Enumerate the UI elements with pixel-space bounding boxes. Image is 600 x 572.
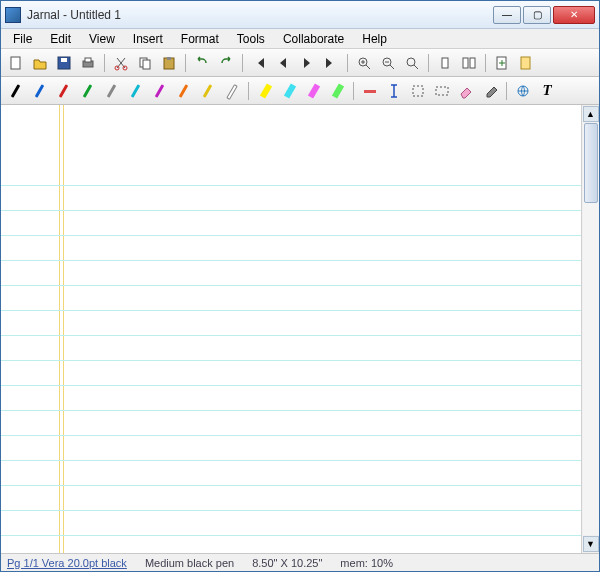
separator — [485, 54, 486, 72]
cut-button[interactable] — [110, 52, 132, 74]
ruled-line — [1, 485, 581, 486]
pen-orange-button[interactable] — [173, 80, 195, 102]
open-button[interactable] — [29, 52, 51, 74]
highlighter-cyan-button[interactable] — [278, 80, 300, 102]
ruled-line — [1, 185, 581, 186]
status-pen: Medium black pen — [145, 557, 234, 569]
new-page-icon — [494, 55, 510, 71]
vertical-scrollbar[interactable]: ▲ ▼ — [581, 105, 599, 553]
undo-button[interactable] — [191, 52, 213, 74]
pen-black-button[interactable] — [5, 80, 27, 102]
ruler-button[interactable] — [359, 80, 381, 102]
separator — [428, 54, 429, 72]
highlighter-yellow-icon — [257, 83, 273, 99]
new-page-button[interactable] — [491, 52, 513, 74]
pen-white-button[interactable] — [221, 80, 243, 102]
highlighter-green-button[interactable] — [326, 80, 348, 102]
paste-button[interactable] — [158, 52, 180, 74]
save-button[interactable] — [53, 52, 75, 74]
ruled-line — [1, 210, 581, 211]
app-window: Jarnal - Untitled 1 — ▢ ✕ File Edit View… — [0, 0, 600, 572]
menu-view[interactable]: View — [81, 30, 123, 48]
scroll-track[interactable] — [583, 123, 599, 535]
background-page-button[interactable] — [515, 52, 537, 74]
pen-gray-icon — [104, 83, 120, 99]
highlighter-magenta-button[interactable] — [302, 80, 324, 102]
pen-blue-button[interactable] — [29, 80, 51, 102]
highlighter-green-icon — [329, 83, 345, 99]
pen-green-button[interactable] — [77, 80, 99, 102]
menu-tools[interactable]: Tools — [229, 30, 273, 48]
pen-green-icon — [80, 83, 96, 99]
ruled-line — [1, 260, 581, 261]
scroll-down-button[interactable]: ▼ — [583, 536, 599, 552]
text-tool-button[interactable]: T — [536, 80, 558, 102]
select-rect-icon — [410, 83, 426, 99]
separator — [347, 54, 348, 72]
network-icon — [515, 83, 531, 99]
canvas[interactable] — [1, 105, 581, 553]
zoom-in-button[interactable] — [353, 52, 375, 74]
zoom-fit-button[interactable] — [401, 52, 423, 74]
highlighter-magenta-icon — [305, 83, 321, 99]
save-icon — [56, 55, 72, 71]
highlighter-yellow-button[interactable] — [254, 80, 276, 102]
pen-red-icon — [56, 83, 72, 99]
separator — [242, 54, 243, 72]
scroll-thumb[interactable] — [584, 123, 598, 203]
zoom-out-button[interactable] — [377, 52, 399, 74]
ruled-line — [1, 435, 581, 436]
pen-red-button[interactable] — [53, 80, 75, 102]
eraser-icon — [458, 83, 474, 99]
prev-page-button[interactable] — [272, 52, 294, 74]
background-page-icon — [518, 55, 534, 71]
text-caret-icon — [386, 83, 402, 99]
pen-magenta-button[interactable] — [149, 80, 171, 102]
last-page-button[interactable] — [320, 52, 342, 74]
two-page-icon — [461, 55, 477, 71]
new-icon — [8, 55, 24, 71]
svg-rect-16 — [470, 58, 475, 68]
svg-rect-8 — [143, 60, 150, 69]
pen-white-icon — [224, 83, 240, 99]
maximize-button[interactable]: ▢ — [523, 6, 551, 24]
copy-button[interactable] — [134, 52, 156, 74]
menu-collaborate[interactable]: Collaborate — [275, 30, 352, 48]
print-button[interactable] — [77, 52, 99, 74]
svg-rect-4 — [85, 58, 91, 62]
new-button[interactable] — [5, 52, 27, 74]
status-page[interactable]: Pg 1/1 Vera 20.0pt black — [7, 557, 127, 569]
next-page-button[interactable] — [296, 52, 318, 74]
pen-cyan-button[interactable] — [125, 80, 147, 102]
first-page-icon — [251, 55, 267, 71]
network-button[interactable] — [512, 80, 534, 102]
pen-orange-icon — [176, 83, 192, 99]
select-rect-button[interactable] — [407, 80, 429, 102]
two-page-button[interactable] — [458, 52, 480, 74]
menu-help[interactable]: Help — [354, 30, 395, 48]
pen-gray-button[interactable] — [101, 80, 123, 102]
scroll-up-button[interactable]: ▲ — [583, 106, 599, 122]
menu-format[interactable]: Format — [173, 30, 227, 48]
toolbar-main — [1, 49, 599, 77]
menu-file[interactable]: File — [5, 30, 40, 48]
minimize-button[interactable]: — — [493, 6, 521, 24]
select-area-button[interactable] — [431, 80, 453, 102]
text-caret-button[interactable] — [383, 80, 405, 102]
first-page-button[interactable] — [248, 52, 270, 74]
one-page-button[interactable] — [434, 52, 456, 74]
redo-button[interactable] — [215, 52, 237, 74]
svg-rect-20 — [413, 86, 423, 96]
menu-edit[interactable]: Edit — [42, 30, 79, 48]
close-button[interactable]: ✕ — [553, 6, 595, 24]
dropper-button[interactable] — [479, 80, 501, 102]
ruled-line — [1, 360, 581, 361]
paste-icon — [161, 55, 177, 71]
pen-cyan-icon — [128, 83, 144, 99]
eraser-button[interactable] — [455, 80, 477, 102]
pen-yellow-button[interactable] — [197, 80, 219, 102]
svg-rect-0 — [11, 57, 20, 69]
ruled-line — [1, 510, 581, 511]
status-mem: mem: 10% — [340, 557, 393, 569]
menu-insert[interactable]: Insert — [125, 30, 171, 48]
